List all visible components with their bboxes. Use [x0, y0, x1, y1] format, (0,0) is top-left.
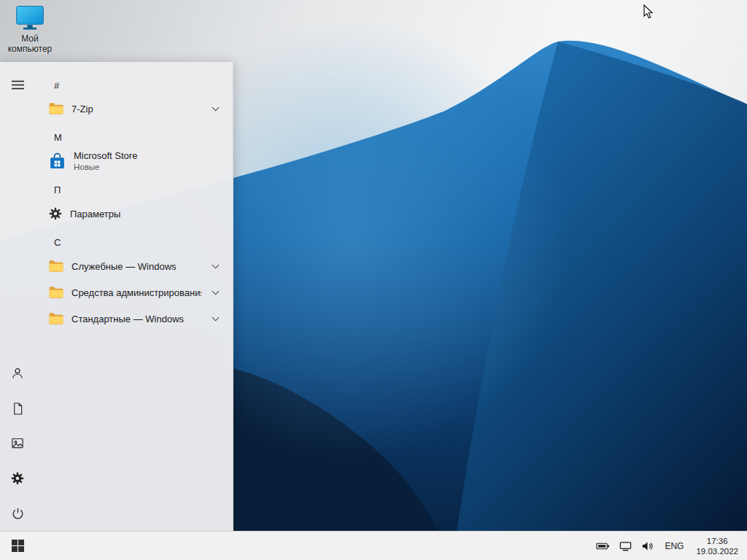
- chevron-down-icon[interactable]: [212, 264, 220, 269]
- app-item-system-windows[interactable]: Служебные — Windows: [35, 253, 233, 279]
- hamburger-icon: [12, 80, 24, 90]
- power-button[interactable]: [0, 496, 35, 531]
- chevron-down-icon[interactable]: [212, 316, 220, 322]
- monitor-icon: [14, 4, 46, 32]
- app-item-admin-tools[interactable]: Средства администрирования W...: [35, 279, 233, 306]
- app-item-sublabel: Новые: [74, 162, 137, 172]
- system-tray: ENG 17:36 19.03.2022: [596, 532, 747, 560]
- chevron-down-icon[interactable]: [212, 290, 220, 295]
- desktop-icon-my-computer[interactable]: Мой компьютер: [4, 4, 55, 54]
- settings-button[interactable]: [0, 461, 35, 496]
- folder-icon: [48, 260, 64, 273]
- app-item-label: Microsoft Store: [74, 150, 137, 162]
- app-item-7zip[interactable]: 7-Zip: [35, 96, 233, 122]
- folder-icon: [48, 102, 64, 115]
- gear-icon: [48, 206, 63, 221]
- user-icon: [10, 366, 25, 381]
- app-item-label: 7-Zip: [71, 104, 93, 114]
- letter-header-p[interactable]: П: [35, 182, 233, 198]
- app-item-label: Параметры: [70, 209, 120, 219]
- app-item-label: Стандартные — Windows: [71, 314, 184, 324]
- app-item-label: Служебные — Windows: [71, 261, 177, 272]
- clock-time: 17:36: [707, 536, 728, 546]
- desktop-icon-label: Мой компьютер: [4, 34, 55, 54]
- document-icon: [11, 402, 25, 416]
- start-button[interactable]: [0, 532, 35, 560]
- folder-icon: [48, 312, 64, 325]
- hamburger-menu-button[interactable]: [0, 67, 35, 102]
- clock-date: 19.03.2022: [696, 546, 738, 556]
- clock[interactable]: 17:36 19.03.2022: [694, 536, 740, 556]
- letter-header-m[interactable]: М: [35, 129, 233, 145]
- start-menu-rail: [0, 62, 35, 531]
- volume-icon[interactable]: [641, 541, 654, 551]
- keyboard-icon[interactable]: [596, 542, 610, 551]
- taskbar: ENG 17:36 19.03.2022: [0, 531, 747, 560]
- folder-icon: [48, 286, 64, 299]
- pictures-button[interactable]: [0, 426, 35, 461]
- gear-icon: [10, 471, 25, 486]
- chevron-down-icon[interactable]: [212, 106, 220, 112]
- language-indicator[interactable]: ENG: [663, 540, 685, 553]
- picture-icon: [10, 436, 25, 451]
- power-icon: [11, 507, 25, 521]
- microsoft-store-icon: [48, 152, 66, 171]
- network-icon[interactable]: [619, 541, 632, 551]
- app-item-settings[interactable]: Параметры: [35, 201, 233, 227]
- app-item-label: Средства администрирования W...: [71, 287, 201, 298]
- start-menu-app-list: # 7-Zip М: [35, 62, 233, 531]
- documents-button[interactable]: [0, 391, 35, 426]
- letter-header-s[interactable]: С: [35, 234, 233, 250]
- start-menu: # 7-Zip М: [0, 62, 233, 531]
- user-account-button[interactable]: [0, 356, 35, 391]
- windows-logo-icon: [12, 540, 24, 552]
- app-item-accessories-windows[interactable]: Стандартные — Windows: [35, 306, 233, 332]
- letter-header-hash[interactable]: #: [35, 77, 233, 93]
- app-item-microsoft-store[interactable]: Microsoft Store Новые: [35, 145, 233, 177]
